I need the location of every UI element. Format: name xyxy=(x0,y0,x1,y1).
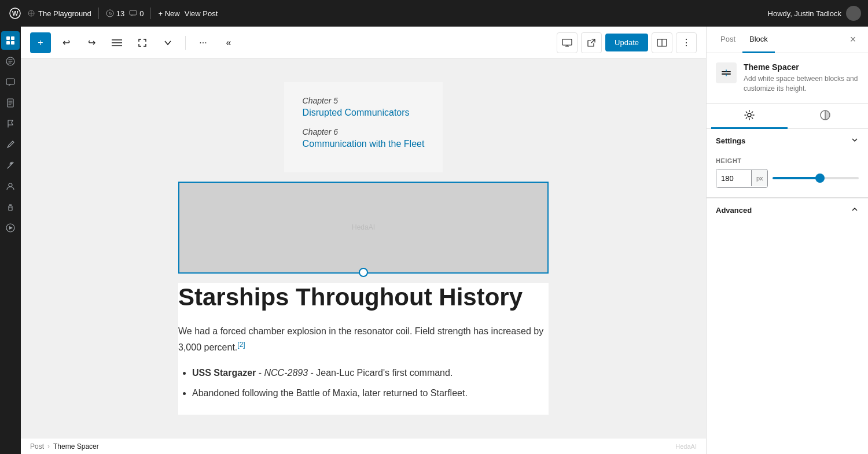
svg-rect-9 xyxy=(11,41,14,45)
svg-rect-11 xyxy=(6,79,14,84)
right-panel: Post Block × Theme Spacer Add white spac… xyxy=(706,27,868,454)
block-icon xyxy=(716,62,737,83)
svg-point-23 xyxy=(748,113,751,117)
settings-section: Settings HEIGHT px xyxy=(707,129,868,197)
list-view-button[interactable] xyxy=(106,32,127,53)
chapter-5-link[interactable]: Disrupted Communicators xyxy=(303,108,410,117)
toggle-button[interactable] xyxy=(157,32,178,53)
height-slider-wrapper[interactable] xyxy=(773,172,859,184)
footnote-ref[interactable]: [2] xyxy=(237,341,245,349)
desktop-view-button[interactable] xyxy=(557,32,578,53)
update-button[interactable]: Update xyxy=(605,34,648,51)
top-bar-divider-2 xyxy=(150,8,151,19)
admin-icon-posts[interactable] xyxy=(1,52,20,71)
block-name: Theme Spacer xyxy=(744,62,859,72)
admin-icon-pages[interactable] xyxy=(1,94,20,112)
spacer-block[interactable]: HedaAI xyxy=(178,182,549,274)
canvas-watermark: HedaAI xyxy=(675,443,697,450)
panel-inner-tabs xyxy=(707,104,868,129)
admin-icon-video[interactable] xyxy=(1,219,20,237)
wp-logo[interactable]: W xyxy=(7,5,23,21)
breadcrumb-bar: Post › Theme Spacer HedaAI xyxy=(21,438,706,454)
spacer-watermark: HedaAI xyxy=(352,223,375,231)
expand-button[interactable] xyxy=(132,32,153,53)
howdy-text: Howdy, Justin Tadlock xyxy=(768,9,841,18)
admin-icon-brush[interactable] xyxy=(1,135,20,154)
top-bar-right: Howdy, Justin Tadlock xyxy=(768,6,861,21)
svg-rect-7 xyxy=(11,36,14,40)
view-post-link[interactable]: View Post xyxy=(185,9,218,18)
site-name[interactable]: The Playground xyxy=(28,9,91,18)
svg-rect-20 xyxy=(562,39,572,45)
more-options-button[interactable]: ··· xyxy=(193,32,214,53)
settings-section-header[interactable]: Settings xyxy=(707,129,868,153)
options-button[interactable]: ⋮ xyxy=(676,32,697,53)
paragraph-1: We had a forced chamber explosion in the… xyxy=(178,323,549,356)
chapter-entry-2: Chapter 6 Communication with the Fleet xyxy=(303,127,425,149)
editor-area: + ↩ ↪ ··· « xyxy=(21,27,706,454)
height-input[interactable] xyxy=(716,169,751,187)
advanced-chevron-icon xyxy=(851,205,859,215)
redo-button[interactable]: ↪ xyxy=(81,32,102,53)
starship-list: USS Stargazer - NCC-2893 - Jean-Luc Pica… xyxy=(178,365,549,401)
admin-icon-comments[interactable] xyxy=(1,73,20,91)
editor-toolbar: + ↩ ↪ ··· « xyxy=(21,27,706,59)
height-input-wrap: px xyxy=(716,169,768,188)
breadcrumb-post[interactable]: Post xyxy=(30,442,44,451)
settings-tab[interactable] xyxy=(711,104,788,129)
undo-button[interactable]: ↩ xyxy=(56,32,76,53)
block-desc: Add white space between blocks and custo… xyxy=(744,74,859,94)
external-view-button[interactable] xyxy=(581,32,602,53)
admin-icon-flag[interactable] xyxy=(1,115,20,133)
svg-rect-14 xyxy=(9,206,12,211)
new-button[interactable]: + New xyxy=(158,9,179,18)
height-control: px xyxy=(716,169,859,188)
admin-icon-users[interactable] xyxy=(1,177,20,195)
toolbar-right: Update ⋮ xyxy=(557,32,697,53)
svg-text:↻: ↻ xyxy=(108,12,112,16)
list-item-1: USS Stargazer - NCC-2893 - Jean-Luc Pica… xyxy=(192,365,549,381)
user-avatar[interactable] xyxy=(846,6,861,21)
toc-block: Chapter 5 Disrupted Communicators Chapte… xyxy=(284,82,443,172)
split-view-button[interactable] xyxy=(652,32,672,53)
slider-thumb[interactable] xyxy=(815,174,825,183)
breadcrumb-theme-spacer: Theme Spacer xyxy=(53,442,99,451)
block-info: Theme Spacer Add white space between blo… xyxy=(707,53,868,104)
page-heading: Starships Throughout History xyxy=(178,283,549,312)
svg-rect-6 xyxy=(6,36,10,40)
content-wrapper: + ↩ ↪ ··· « xyxy=(21,27,868,454)
block-text-info: Theme Spacer Add white space between blo… xyxy=(744,62,859,94)
height-field-label: HEIGHT xyxy=(716,157,859,164)
content-block: Starships Throughout History We had a fo… xyxy=(178,283,549,415)
collapse-sidebar-button[interactable]: « xyxy=(218,32,239,53)
styles-tab[interactable] xyxy=(788,104,864,129)
svg-rect-5 xyxy=(130,10,137,15)
chapter-5-label: Chapter 5 xyxy=(303,96,425,105)
updates-badge[interactable]: ↻ 13 xyxy=(106,9,124,18)
spacer-resize-handle[interactable] xyxy=(359,268,368,277)
admin-icon-active[interactable] xyxy=(1,31,20,50)
top-bar-left: W The Playground ↻ 13 0 + New View Post xyxy=(7,5,763,21)
admin-icon-plugins[interactable] xyxy=(1,198,20,216)
slider-fill xyxy=(773,177,820,179)
tab-block[interactable]: Block xyxy=(742,27,775,53)
settings-content: HEIGHT px xyxy=(707,153,868,197)
top-bar: W The Playground ↻ 13 0 + New View Post … xyxy=(0,0,868,27)
advanced-section-title: Advanced xyxy=(716,206,752,215)
svg-rect-8 xyxy=(6,41,10,45)
panel-close-button[interactable]: × xyxy=(845,32,861,48)
svg-point-13 xyxy=(9,183,12,187)
chapter-6-link[interactable]: Communication with the Fleet xyxy=(303,139,425,149)
advanced-section-header[interactable]: Advanced xyxy=(707,198,868,222)
advanced-section: Advanced xyxy=(707,198,868,222)
height-unit: px xyxy=(751,170,768,186)
add-block-button[interactable]: + xyxy=(30,32,51,53)
tab-post[interactable]: Post xyxy=(713,27,742,53)
height-slider-track[interactable] xyxy=(773,177,859,179)
admin-icon-tools[interactable] xyxy=(1,156,20,175)
editor-canvas[interactable]: Chapter 5 Disrupted Communicators Chapte… xyxy=(21,59,706,438)
admin-sidebar xyxy=(0,27,21,454)
panel-tabs: Post Block × xyxy=(707,27,868,53)
comments-badge[interactable]: 0 xyxy=(129,9,144,18)
settings-section-title: Settings xyxy=(716,136,745,145)
